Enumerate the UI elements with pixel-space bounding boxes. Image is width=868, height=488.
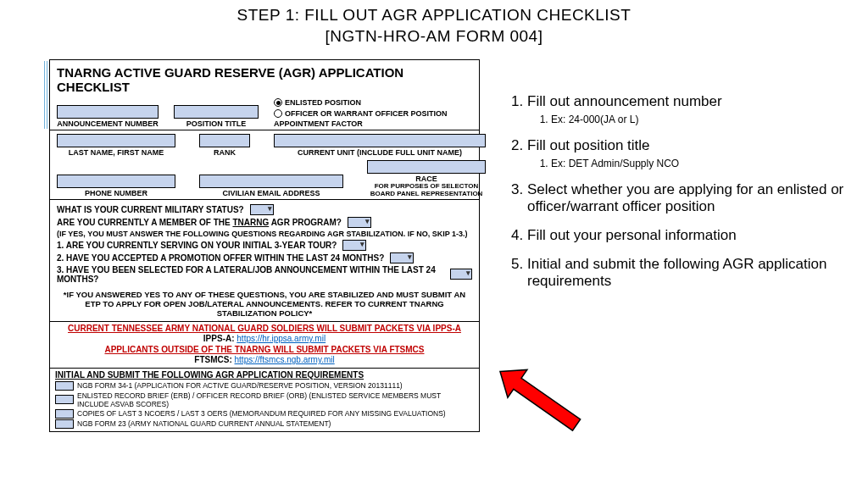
q-note: (IF YES, YOU MUST ANSWER THE FOLLOWING Q… (57, 230, 472, 238)
phone-label: PHONE NUMBER (85, 189, 147, 197)
instruction-2: Fill out position title Ex: DET Admin/Su… (527, 137, 848, 169)
title-line1: STEP 1: FILL OUT AGR APPLICATION CHECKLI… (0, 5, 868, 26)
stabilization-note: *IF YOU ANSWERED YES TO ANY OF THESE QUE… (50, 288, 479, 321)
radio-officer-label: OFFICER OR WARRANT OFFICER POSITION (285, 108, 448, 119)
appointment-factor-radios: ENLISTED POSITION OFFICER OR WARRANT OFF… (274, 97, 448, 119)
ftsmcs-link[interactable]: https://ftsmcs.ngb.army.mil (235, 355, 335, 364)
announcement-number-input[interactable] (57, 105, 159, 119)
initial-box[interactable] (55, 381, 74, 391)
current-unit-input[interactable] (274, 134, 486, 147)
questions-section: WHAT IS YOUR CURRENT MILITARY STATUS? AR… (50, 200, 479, 288)
email-input[interactable] (199, 175, 343, 188)
rank-input[interactable] (199, 134, 250, 147)
page-title: STEP 1: FILL OUT AGR APPLICATION CHECKLI… (0, 0, 868, 47)
ippsa-label: IPPS-A: (203, 334, 236, 343)
req-row: ENLISTED RECORD BRIEF (ERB) / OFFICER RE… (55, 391, 474, 408)
req-item-2: COPIES OF LAST 3 NCOERS / LAST 3 OERS (M… (77, 409, 446, 418)
svg-marker-0 (490, 364, 586, 432)
ippsa-line: IPPS-A: https://hr.ippsa.army.mil (57, 334, 472, 345)
req-row: NGB FORM 34-1 (APPLICATION FOR ACTIVE GU… (55, 381, 474, 391)
email-label: CIVILIAN EMAIL ADDRESS (222, 189, 320, 197)
q2-label: 2. HAVE YOU ACCEPTED A PROMOTION OFFER W… (57, 253, 384, 263)
accent-bar (44, 61, 47, 129)
reqs-title: INITIAL AND SUBMIT THE FOLLOWING AGR APP… (55, 370, 474, 380)
title-line2: [NGTN-HRO-AM FORM 004] (0, 26, 868, 47)
initial-box[interactable] (55, 409, 74, 419)
instruction-2-sub: Ex: DET Admin/Supply NCO (551, 158, 848, 169)
req-item-3: NGB FORM 23 (ARMY NATIONAL GUARD CURRENT… (77, 419, 331, 428)
last-first-label: LAST NAME, FIRST NAME (69, 148, 164, 157)
submit-line1: CURRENT TENNESSEE ARMY NATIONAL GUARD SO… (57, 324, 472, 335)
field-announcement-number: ANNOUNCEMENT NUMBER (57, 105, 159, 128)
instruction-5: Initial and submit the following AGR app… (527, 256, 848, 290)
submit-section: CURRENT TENNESSEE ARMY NATIONAL GUARD SO… (50, 322, 479, 368)
q-member-label: ARE YOU CURRENTLY A MEMBER OF THE TNARNG… (57, 218, 342, 227)
appointment-factor-label: APPOINTMENT FACTOR (274, 119, 448, 128)
race-sublabel: FOR PURPOSES OF SELECTON BOARD PANEL REP… (367, 183, 486, 197)
rank-label: RANK (214, 148, 236, 157)
last-first-input[interactable] (57, 134, 175, 147)
instruction-2-text: Fill out position title (527, 137, 650, 153)
radio-dot-icon (274, 109, 282, 118)
ftsmcs-line: FTSMCS: https://ftsmcs.ngb.army.mil (57, 355, 472, 366)
status-dropdown[interactable] (250, 204, 274, 215)
checklist-form: TNARNG ACTIVE GUARD RESERVE (AGR) APPLIC… (49, 59, 480, 432)
announcement-number-label: ANNOUNCEMENT NUMBER (57, 119, 159, 128)
form-image: TNARNG ACTIVE GUARD RESERVE (AGR) APPLIC… (49, 59, 480, 432)
radio-enlisted-label: ENLISTED POSITION (285, 97, 361, 108)
instructions-list: Fill out announcement number Ex: 24-000(… (509, 93, 848, 290)
req-row: COPIES OF LAST 3 NCOERS / LAST 3 OERS (M… (55, 409, 474, 419)
race-input[interactable] (367, 160, 486, 174)
position-title-label: POSITION TITLE (186, 119, 247, 128)
submit-line2: APPLICANTS OUTSIDE OF THE TNARNG WILL SU… (57, 345, 472, 356)
radio-dot-selected-icon (274, 98, 282, 107)
member-dropdown[interactable] (348, 217, 371, 228)
initial-box[interactable] (55, 419, 74, 429)
instruction-3: Select whether you are applying for an e… (527, 181, 848, 215)
q3-dropdown[interactable] (450, 269, 472, 280)
form-title: TNARNG ACTIVE GUARD RESERVE (AGR) APPLIC… (50, 60, 479, 96)
q2-dropdown[interactable] (390, 252, 414, 263)
form-row-3: PHONE NUMBER CIVILIAN EMAIL ADDRESS RACE… (50, 158, 479, 199)
q-status-label: WHAT IS YOUR CURRENT MILITARY STATUS? (57, 205, 244, 214)
instruction-3-text: Select whether you are applying for an e… (527, 181, 843, 214)
arrow-icon (483, 364, 593, 432)
instruction-4: Fill out your personal information (527, 227, 848, 244)
instruction-1-text: Fill out announcement number (527, 93, 722, 109)
instructions-panel: Fill out announcement number Ex: 24-000(… (509, 93, 848, 302)
phone-input[interactable] (57, 175, 175, 188)
form-row-2: LAST NAME, FIRST NAME RANK CURRENT UNIT … (50, 130, 479, 158)
requirements-section: INITIAL AND SUBMIT THE FOLLOWING AGR APP… (50, 369, 479, 431)
req-item-0: NGB FORM 34-1 (APPLICATION FOR ACTIVE GU… (77, 381, 403, 390)
current-unit-label: CURRENT UNIT (INCLUDE FULL UNIT NAME) (298, 148, 462, 157)
initial-box[interactable] (55, 395, 74, 404)
form-row-1: ANNOUNCEMENT NUMBER POSITION TITLE ENLIS… (50, 96, 479, 130)
radio-officer[interactable]: OFFICER OR WARRANT OFFICER POSITION (274, 108, 448, 119)
instruction-1: Fill out announcement number Ex: 24-000(… (527, 93, 848, 125)
ftsmcs-label: FTSMCS: (194, 355, 234, 364)
req-item-1: ENLISTED RECORD BRIEF (ERB) / OFFICER RE… (77, 391, 474, 408)
position-title-input[interactable] (174, 105, 259, 119)
field-position-title: POSITION TITLE (174, 105, 259, 128)
radio-enlisted[interactable]: ENLISTED POSITION (274, 97, 448, 108)
instruction-5-text: Initial and submit the following AGR app… (527, 256, 826, 289)
q1-label: 1. ARE YOU CURRENTLY SERVING ON YOUR INI… (57, 241, 337, 250)
q3-label: 3. HAVE YOU BEEN SELECTED FOR A LATERAL/… (57, 265, 444, 284)
instruction-1-sub: Ex: 24-000(JA or L) (551, 114, 848, 125)
ippsa-link[interactable]: https://hr.ippsa.army.mil (236, 334, 326, 343)
instruction-4-text: Fill out your personal information (527, 227, 737, 243)
q1-dropdown[interactable] (342, 240, 366, 251)
req-row: NGB FORM 23 (ARMY NATIONAL GUARD CURRENT… (55, 419, 474, 429)
